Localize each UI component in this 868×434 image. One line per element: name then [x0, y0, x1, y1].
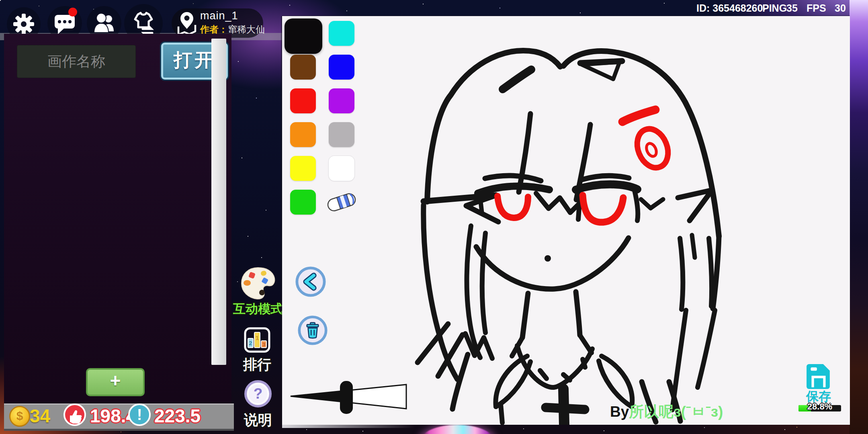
add-artwork-button[interactable]: + [86, 368, 145, 396]
color-swatch-purple[interactable] [329, 88, 354, 113]
fps-value: 30 [835, 2, 846, 14]
author-name: 窜稀大仙 [228, 24, 265, 35]
notification-dot [68, 8, 77, 16]
thumbs-up-icon [63, 403, 86, 426]
help-button[interactable]: ? [244, 380, 272, 407]
map-pin-icon [174, 10, 200, 37]
fps-label: FPS [807, 2, 826, 14]
signature-by: By [610, 403, 629, 420]
trash-icon [297, 315, 328, 346]
save-button[interactable] [806, 363, 831, 390]
color-swatch-cyan[interactable] [329, 21, 354, 46]
interactive-mode-button[interactable] [239, 266, 277, 301]
brush-size-slider[interactable] [287, 377, 412, 417]
ping-label: PING [762, 2, 787, 14]
starfield-orange [0, 0, 1, 1]
save-progress-text: 28.8% [798, 401, 842, 412]
ranking-podium-icon: 2 1 3 [244, 327, 270, 353]
svg-text:3: 3 [262, 342, 265, 348]
warnings-count: 223.5 [154, 405, 201, 427]
color-swatch-yellow[interactable] [290, 156, 316, 181]
warning-icon: ! [128, 403, 151, 426]
color-swatch-red[interactable] [290, 88, 316, 113]
eraser-tool[interactable] [324, 186, 360, 218]
eraser-icon [324, 186, 360, 218]
artwork-sketch[interactable] [282, 16, 850, 425]
color-swatch-brown[interactable] [290, 55, 316, 80]
author-label: 作者： [200, 24, 228, 35]
color-swatch-white[interactable] [329, 156, 354, 181]
interactive-mode-label: 互动模式 [232, 301, 284, 317]
palette-icon [239, 266, 277, 301]
help-label: 说明 [235, 411, 280, 430]
color-swatch-orange[interactable] [290, 122, 316, 147]
player-id: ID: 365468260 [696, 2, 763, 14]
canvas-underglow [282, 425, 415, 428]
coin-count: 34 [30, 405, 50, 427]
undo-icon [295, 266, 326, 297]
drawing-canvas[interactable]: By所以呢ɜ(ˉㅂˉɜ) [282, 16, 850, 425]
ranking-button[interactable]: 2 1 3 [244, 327, 270, 353]
color-swatch-green[interactable] [290, 190, 316, 215]
artwork-list-scrollbar[interactable] [211, 39, 226, 365]
signature-name: 所以呢ɜ(ˉㅂˉɜ) [629, 403, 723, 420]
nebula-right-edge [850, 0, 868, 434]
planet-ring-glow [420, 425, 494, 434]
ranking-label: 排行 [235, 355, 280, 374]
game-screen: ID: 365468260 PING 35 FPS 30 [0, 0, 868, 434]
undo-button[interactable] [295, 266, 326, 297]
artwork-signature: By所以呢ɜ(ˉㅂˉɜ) [610, 402, 723, 422]
color-swatch-blue[interactable] [329, 55, 354, 80]
color-swatch-black[interactable] [285, 18, 322, 54]
clear-button[interactable] [297, 315, 329, 346]
artwork-list[interactable] [17, 84, 210, 362]
question-mark-icon: ? [244, 380, 272, 407]
artwork-name-input[interactable] [17, 45, 136, 78]
brush-size-handle[interactable] [340, 381, 353, 414]
color-swatch-gray[interactable] [329, 122, 354, 147]
svg-text:?: ? [254, 385, 263, 402]
svg-text:1: 1 [256, 334, 259, 341]
ping-value: 35 [786, 2, 798, 14]
save-floppy-icon [806, 363, 831, 390]
coin-icon: $ [9, 406, 30, 427]
svg-text:2: 2 [249, 340, 252, 346]
map-name: main_1 [200, 10, 238, 22]
